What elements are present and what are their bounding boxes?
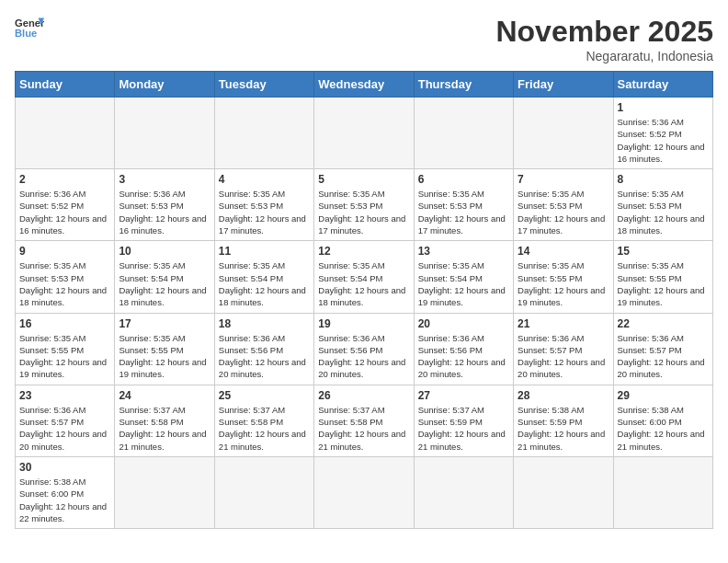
calendar-cell: [514, 456, 613, 528]
calendar-cell: 29Sunrise: 5:38 AMSunset: 6:00 PMDayligh…: [613, 385, 712, 456]
day-info: Sunrise: 5:36 AMSunset: 5:57 PMDaylight:…: [19, 404, 110, 453]
day-info: Sunrise: 5:36 AMSunset: 5:52 PMDaylight:…: [618, 116, 709, 165]
day-number: 8: [618, 173, 709, 186]
calendar-cell: 9Sunrise: 5:35 AMSunset: 5:53 PMDaylight…: [16, 241, 115, 313]
day-number: 5: [318, 173, 409, 186]
day-number: 10: [119, 245, 210, 258]
day-number: 25: [219, 389, 310, 402]
calendar-week-row: 16Sunrise: 5:35 AMSunset: 5:55 PMDayligh…: [16, 313, 713, 385]
day-info: Sunrise: 5:35 AMSunset: 5:53 PMDaylight:…: [318, 188, 409, 236]
day-info: Sunrise: 5:35 AMSunset: 5:54 PMDaylight:…: [119, 259, 210, 308]
day-number: 18: [219, 317, 310, 330]
col-header-friday: Friday: [514, 72, 613, 98]
col-header-sunday: Sunday: [16, 72, 115, 98]
calendar-cell: 30Sunrise: 5:38 AMSunset: 6:00 PMDayligh…: [16, 456, 115, 528]
calendar-week-row: 30Sunrise: 5:38 AMSunset: 6:00 PMDayligh…: [16, 456, 713, 528]
location-subtitle: Negararatu, Indonesia: [495, 49, 713, 63]
col-header-wednesday: Wednesday: [314, 72, 414, 98]
calendar-cell: 21Sunrise: 5:36 AMSunset: 5:57 PMDayligh…: [514, 313, 613, 385]
day-number: 20: [418, 317, 509, 330]
calendar-table: SundayMondayTuesdayWednesdayThursdayFrid…: [15, 71, 713, 529]
day-info: Sunrise: 5:35 AMSunset: 5:53 PMDaylight:…: [518, 188, 609, 236]
day-info: Sunrise: 5:36 AMSunset: 5:56 PMDaylight:…: [219, 332, 310, 381]
day-number: 24: [119, 389, 210, 402]
calendar-cell: 17Sunrise: 5:35 AMSunset: 5:55 PMDayligh…: [115, 313, 214, 385]
calendar-cell: 14Sunrise: 5:35 AMSunset: 5:55 PMDayligh…: [514, 241, 613, 313]
day-info: Sunrise: 5:35 AMSunset: 5:55 PMDaylight:…: [618, 259, 709, 308]
day-number: 28: [518, 389, 609, 402]
title-block: November 2025 Negararatu, Indonesia: [495, 15, 713, 63]
day-info: Sunrise: 5:35 AMSunset: 5:54 PMDaylight:…: [219, 259, 310, 308]
day-number: 22: [618, 317, 709, 330]
day-number: 19: [318, 317, 409, 330]
col-header-thursday: Thursday: [414, 72, 513, 98]
day-info: Sunrise: 5:35 AMSunset: 5:55 PMDaylight:…: [518, 259, 609, 308]
calendar-cell: 28Sunrise: 5:38 AMSunset: 5:59 PMDayligh…: [514, 385, 613, 456]
day-number: 29: [618, 389, 709, 402]
day-info: Sunrise: 5:37 AMSunset: 5:59 PMDaylight:…: [418, 404, 509, 453]
calendar-week-row: 23Sunrise: 5:36 AMSunset: 5:57 PMDayligh…: [16, 385, 713, 456]
day-number: 3: [119, 173, 210, 186]
day-number: 9: [19, 245, 110, 258]
calendar-cell: 26Sunrise: 5:37 AMSunset: 5:58 PMDayligh…: [314, 385, 414, 456]
calendar-cell: 13Sunrise: 5:35 AMSunset: 5:54 PMDayligh…: [414, 241, 513, 313]
calendar-cell: [314, 456, 414, 528]
day-number: 13: [418, 245, 509, 258]
logo-icon: General Blue: [15, 15, 44, 40]
calendar-cell: [16, 98, 115, 169]
calendar-cell: [613, 456, 712, 528]
calendar-week-row: 9Sunrise: 5:35 AMSunset: 5:53 PMDaylight…: [16, 241, 713, 313]
col-header-saturday: Saturday: [613, 72, 712, 98]
calendar-cell: 23Sunrise: 5:36 AMSunset: 5:57 PMDayligh…: [16, 385, 115, 456]
day-info: Sunrise: 5:37 AMSunset: 5:58 PMDaylight:…: [219, 404, 310, 453]
day-info: Sunrise: 5:38 AMSunset: 6:00 PMDaylight:…: [19, 476, 110, 524]
page-header: General Blue November 2025 Negararatu, I…: [15, 15, 713, 63]
day-info: Sunrise: 5:35 AMSunset: 5:53 PMDaylight:…: [418, 188, 509, 236]
day-info: Sunrise: 5:36 AMSunset: 5:56 PMDaylight:…: [418, 332, 509, 381]
day-info: Sunrise: 5:35 AMSunset: 5:53 PMDaylight:…: [219, 188, 310, 236]
day-number: 17: [119, 317, 210, 330]
month-year-title: November 2025: [495, 15, 713, 49]
day-number: 7: [518, 173, 609, 186]
calendar-cell: [115, 456, 214, 528]
day-info: Sunrise: 5:38 AMSunset: 5:59 PMDaylight:…: [518, 404, 609, 453]
day-info: Sunrise: 5:35 AMSunset: 5:54 PMDaylight:…: [318, 259, 409, 308]
day-info: Sunrise: 5:36 AMSunset: 5:57 PMDaylight:…: [618, 332, 709, 381]
day-number: 21: [518, 317, 609, 330]
logo: General Blue: [15, 15, 44, 40]
calendar-cell: [115, 98, 214, 169]
day-info: Sunrise: 5:35 AMSunset: 5:55 PMDaylight:…: [19, 332, 110, 381]
calendar-cell: 16Sunrise: 5:35 AMSunset: 5:55 PMDayligh…: [16, 313, 115, 385]
calendar-cell: [414, 456, 513, 528]
day-number: 12: [318, 245, 409, 258]
day-number: 14: [518, 245, 609, 258]
calendar-cell: 19Sunrise: 5:36 AMSunset: 5:56 PMDayligh…: [314, 313, 414, 385]
calendar-cell: 1Sunrise: 5:36 AMSunset: 5:52 PMDaylight…: [613, 98, 712, 169]
calendar-cell: 15Sunrise: 5:35 AMSunset: 5:55 PMDayligh…: [613, 241, 712, 313]
calendar-cell: 6Sunrise: 5:35 AMSunset: 5:53 PMDaylight…: [414, 169, 513, 241]
day-info: Sunrise: 5:35 AMSunset: 5:53 PMDaylight:…: [19, 259, 110, 308]
calendar-cell: [214, 98, 313, 169]
calendar-week-row: 2Sunrise: 5:36 AMSunset: 5:52 PMDaylight…: [16, 169, 713, 241]
svg-text:Blue: Blue: [15, 28, 37, 39]
calendar-cell: 5Sunrise: 5:35 AMSunset: 5:53 PMDaylight…: [314, 169, 414, 241]
calendar-cell: 7Sunrise: 5:35 AMSunset: 5:53 PMDaylight…: [514, 169, 613, 241]
col-header-tuesday: Tuesday: [214, 72, 313, 98]
day-info: Sunrise: 5:35 AMSunset: 5:55 PMDaylight:…: [119, 332, 210, 381]
calendar-cell: 11Sunrise: 5:35 AMSunset: 5:54 PMDayligh…: [214, 241, 313, 313]
calendar-cell: 12Sunrise: 5:35 AMSunset: 5:54 PMDayligh…: [314, 241, 414, 313]
calendar-cell: 3Sunrise: 5:36 AMSunset: 5:53 PMDaylight…: [115, 169, 214, 241]
day-number: 16: [19, 317, 110, 330]
calendar-cell: 18Sunrise: 5:36 AMSunset: 5:56 PMDayligh…: [214, 313, 313, 385]
day-number: 1: [618, 101, 709, 114]
day-info: Sunrise: 5:38 AMSunset: 6:00 PMDaylight:…: [618, 404, 709, 453]
calendar-cell: [414, 98, 513, 169]
day-number: 30: [19, 461, 110, 474]
day-number: 26: [318, 389, 409, 402]
day-info: Sunrise: 5:36 AMSunset: 5:56 PMDaylight:…: [318, 332, 409, 381]
calendar-header-row: SundayMondayTuesdayWednesdayThursdayFrid…: [16, 72, 713, 98]
day-info: Sunrise: 5:36 AMSunset: 5:53 PMDaylight:…: [119, 188, 210, 236]
calendar-cell: 25Sunrise: 5:37 AMSunset: 5:58 PMDayligh…: [214, 385, 313, 456]
calendar-cell: [214, 456, 313, 528]
calendar-cell: [314, 98, 414, 169]
